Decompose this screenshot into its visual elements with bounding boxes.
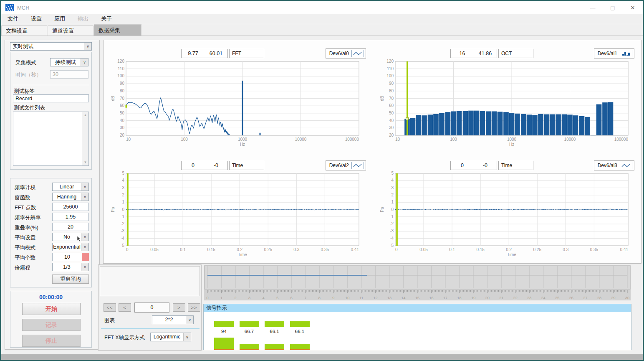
- oct-plot[interactable]: 2030405060708090100110120101001000100001…: [378, 59, 635, 147]
- svg-text:Pa: Pa: [111, 207, 115, 212]
- last-page-button[interactable]: >>: [188, 303, 200, 312]
- chevron-down-icon[interactable]: [84, 43, 91, 50]
- scrollbar[interactable]: [82, 112, 88, 165]
- svg-text:50: 50: [120, 111, 125, 115]
- avg-setting-select[interactable]: No: [52, 233, 89, 241]
- fft-plot[interactable]: 2030405060708090100110120101001000100001…: [109, 59, 366, 147]
- maximize-button[interactable]: ▢: [603, 1, 623, 14]
- chevron-down-icon[interactable]: [81, 193, 88, 201]
- divider: [101, 328, 200, 329]
- menu-settings[interactable]: 设置: [25, 15, 48, 23]
- svg-text:10: 10: [345, 296, 349, 300]
- svg-text:29: 29: [611, 296, 615, 300]
- svg-text:14: 14: [401, 296, 405, 300]
- chevron-down-icon[interactable]: [183, 333, 191, 341]
- test-tag-label: 测试标签: [14, 88, 35, 95]
- svg-text:-2: -2: [390, 221, 394, 226]
- avg-mode-label: 平均模式: [15, 244, 35, 252]
- svg-text:1: 1: [220, 296, 222, 300]
- scroll-down-icon[interactable]: [82, 159, 88, 165]
- freq-weighting-select[interactable]: Linear: [52, 183, 89, 191]
- svg-text:0: 0: [395, 247, 398, 252]
- time-plot-ai3[interactable]: -5-4-3-2-101234500.050.10.150.20.250.30.…: [378, 171, 635, 257]
- menu-apply[interactable]: 应用: [48, 15, 71, 23]
- menu-file[interactable]: 文件: [1, 15, 25, 23]
- tab-document-settings[interactable]: 文档设置: [1, 25, 47, 36]
- freq-resolution-input[interactable]: 1.95: [52, 213, 89, 221]
- avg-mode-select[interactable]: Exponential: [52, 243, 89, 251]
- next-page-button[interactable]: >: [173, 303, 185, 312]
- tab-data-acquisition[interactable]: 数据采集: [94, 24, 141, 36]
- app-icon: [5, 4, 14, 11]
- page-number-box[interactable]: 0: [134, 303, 169, 313]
- chart-layout-select[interactable]: 2*2: [152, 315, 194, 324]
- svg-text:100: 100: [450, 137, 457, 142]
- svg-text:3: 3: [122, 186, 124, 190]
- svg-text:26: 26: [569, 296, 573, 300]
- channel-selector[interactable]: Dev6/ai0: [326, 48, 366, 58]
- title-bar: MCR — ▢ ✕: [1, 1, 643, 14]
- svg-text:100: 100: [181, 137, 188, 142]
- test-file-listbox[interactable]: [13, 112, 89, 166]
- fft-points-input[interactable]: 25600: [52, 203, 89, 211]
- svg-text:90: 90: [389, 81, 394, 86]
- restart-average-button[interactable]: 重启平均: [52, 275, 89, 284]
- svg-text:4: 4: [391, 178, 394, 183]
- channel-selector[interactable]: Dev6/ai2: [326, 160, 366, 170]
- first-page-button[interactable]: <<: [104, 303, 116, 312]
- chart-type-box: Time: [229, 161, 264, 170]
- time-plot-ai2[interactable]: -5-4-3-2-101234500.050.10.150.20.250.30.…: [109, 171, 366, 257]
- svg-text:2: 2: [391, 193, 394, 197]
- svg-text:27: 27: [583, 296, 587, 300]
- line-chart-icon: [351, 50, 364, 57]
- window-func-select[interactable]: Hanning: [52, 193, 89, 201]
- close-button[interactable]: ✕: [623, 1, 643, 14]
- svg-text:100: 100: [117, 74, 124, 78]
- menu-about[interactable]: 关于: [95, 15, 118, 23]
- test-tag-input[interactable]: Record: [13, 94, 89, 102]
- svg-text:3: 3: [248, 296, 250, 300]
- acquisition-group: 采集模式 持续测试 时间（秒） 30 测试标签 Record 测试文件列表: [10, 52, 92, 170]
- svg-text:-3: -3: [390, 229, 394, 233]
- svg-text:80: 80: [120, 89, 125, 93]
- svg-text:6: 6: [290, 296, 293, 300]
- chevron-down-icon[interactable]: [81, 243, 88, 251]
- window-controls: — ▢ ✕: [583, 1, 643, 14]
- svg-text:22: 22: [513, 296, 518, 300]
- fft-xaxis-select[interactable]: Logarithmic: [150, 333, 191, 341]
- channel-selector[interactable]: Dev6/ai3: [594, 160, 634, 170]
- chevron-down-icon[interactable]: [81, 233, 88, 241]
- minimize-button[interactable]: —: [583, 1, 603, 14]
- svg-text:20: 20: [485, 296, 490, 300]
- acq-mode-select[interactable]: 持续测试: [50, 58, 88, 66]
- svg-text:17: 17: [443, 296, 447, 300]
- signal-vu-baseline: [265, 349, 284, 350]
- fft-points-label: FFT 点数: [15, 204, 36, 211]
- freq-weighting-label: 频率计权: [15, 184, 35, 191]
- chevron-down-icon[interactable]: [186, 316, 193, 324]
- svg-text:0.41: 0.41: [351, 247, 359, 252]
- chevron-down-icon[interactable]: [81, 183, 88, 191]
- svg-text:4: 4: [263, 296, 265, 300]
- signal-vu-meter: [214, 338, 234, 349]
- test-mode-select[interactable]: 实时测试: [10, 42, 92, 51]
- svg-text:120: 120: [117, 59, 124, 64]
- cursor-readout: 9.7760.01: [181, 49, 228, 58]
- signal-indicator-widget: 信号指示 9466.766.166.1: [203, 304, 631, 350]
- scroll-up-icon[interactable]: [82, 112, 88, 118]
- chart-cell-oct: 1641.86 OCT Dev6/ai1 2030405060708090100…: [373, 40, 641, 152]
- chevron-down-icon[interactable]: [81, 263, 88, 271]
- start-button[interactable]: 开始: [22, 303, 81, 315]
- chevron-down-icon[interactable]: [81, 58, 88, 66]
- fft-xaxis-label: FFT X轴显示方式: [104, 334, 145, 341]
- svg-text:0.35: 0.35: [321, 247, 329, 252]
- svg-text:0: 0: [391, 207, 394, 212]
- overlap-input[interactable]: 20: [52, 223, 89, 231]
- timeline-strip[interactable]: 0123456789101112131415161718192021222324…: [204, 265, 631, 300]
- tab-channel-settings[interactable]: 通道设置: [48, 25, 93, 36]
- prev-page-button[interactable]: <: [119, 303, 131, 312]
- avg-count-input[interactable]: 10: [52, 253, 82, 261]
- octave-select[interactable]: 1/3: [52, 263, 89, 271]
- channel-selector[interactable]: Dev6/ai1: [594, 48, 634, 58]
- svg-text:30: 30: [120, 125, 125, 130]
